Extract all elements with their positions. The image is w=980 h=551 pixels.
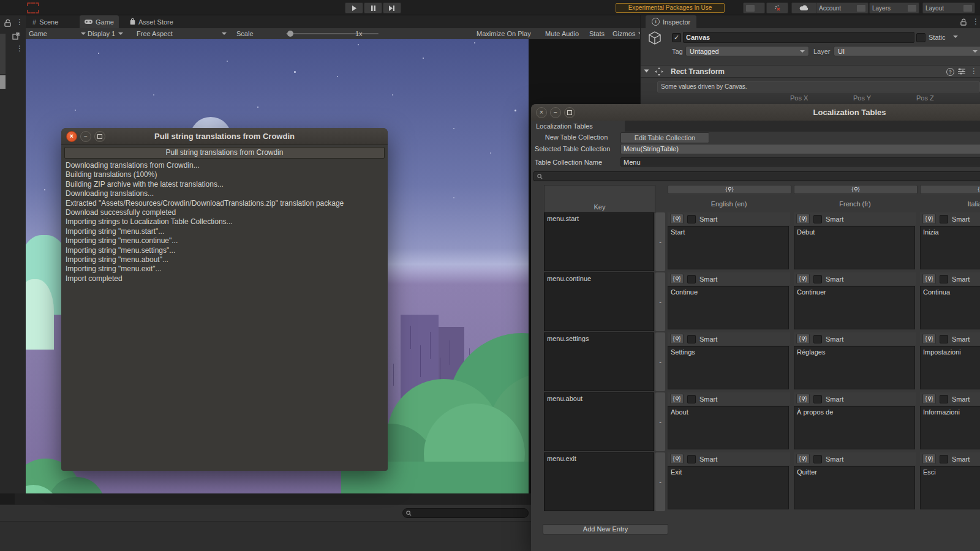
step-button[interactable] [383,2,401,13]
translation-text-field[interactable]: Settings [668,346,789,389]
new-table-collection-button[interactable]: New Table Collection [533,132,619,142]
presets-icon[interactable] [958,68,965,75]
selected-collection-field[interactable]: Menu(StringTable) [620,144,980,154]
smart-checkbox[interactable] [940,215,948,223]
column-settings-button[interactable]: {} [920,185,980,194]
close-button[interactable]: × [536,107,547,118]
minimize-button[interactable]: − [80,131,91,142]
maximize-on-play-toggle[interactable]: Maximize On Play [477,28,531,39]
window-titlebar[interactable]: Pull string translations from Crowdin × … [61,128,388,145]
help-icon[interactable]: ? [946,68,954,76]
enabled-checkbox[interactable]: ✓ [672,33,681,42]
tab-asset-store[interactable]: Asset Store [125,15,178,28]
cloud-button[interactable] [791,2,817,13]
edit-table-collection-button[interactable]: Edit Table Collection [620,132,709,143]
layers-dropdown[interactable]: Layers [869,2,919,13]
smart-checkbox[interactable] [813,335,822,343]
popout-icon[interactable] [12,32,20,40]
remove-entry-button[interactable]: - [655,452,665,511]
metadata-button[interactable]: {} [796,454,810,464]
object-name-field[interactable] [683,32,914,43]
metadata-button[interactable]: {} [796,214,810,224]
minimize-button[interactable]: − [550,107,561,118]
panel-menu-icon[interactable]: ⋮ [16,45,23,52]
column-settings-button[interactable]: {} [794,185,918,194]
key-column-header[interactable]: Key [544,185,655,213]
close-button[interactable]: × [66,131,77,142]
metadata-button[interactable]: {} [922,214,936,224]
account-dropdown[interactable]: Account [816,2,869,13]
metadata-button[interactable]: {} [670,274,684,284]
table-row-key[interactable]: menu.exit [544,452,654,511]
smart-checkbox[interactable] [813,455,822,463]
search-input[interactable] [402,508,529,518]
panel-menu-icon[interactable]: ⋮ [16,18,23,26]
scale-slider-knob[interactable] [287,31,293,37]
stats-toggle[interactable]: Stats [589,28,605,39]
smart-checkbox[interactable] [687,335,696,343]
translation-text-field[interactable]: Début [794,226,915,269]
remove-entry-button[interactable]: - [655,332,665,391]
preview-packages-button[interactable] [743,2,765,13]
metadata-button[interactable]: {} [922,274,936,284]
pause-button[interactable] [364,2,382,13]
game-mode-dropdown[interactable]: Game [29,28,86,39]
lock-icon[interactable] [960,18,967,26]
table-row-key[interactable]: menu.about [544,392,654,451]
rect-tool-icon[interactable] [27,2,39,13]
translation-text-field[interactable]: Start [668,226,789,269]
display-dropdown[interactable]: Display 1 [88,28,123,39]
translation-text-field[interactable]: Réglages [794,346,915,389]
layout-dropdown[interactable]: Layout [922,2,975,13]
metadata-button[interactable]: {} [796,394,810,404]
smart-checkbox[interactable] [687,275,696,283]
foldout-arrow-icon[interactable] [644,70,649,73]
static-checkbox[interactable] [916,33,925,42]
metadata-button[interactable]: {} [670,394,684,404]
collab-error-button[interactable] [766,2,788,13]
remove-entry-button[interactable]: - [655,212,665,271]
smart-checkbox[interactable] [940,275,948,283]
collection-name-input[interactable] [620,157,980,167]
lock-icon[interactable] [4,19,11,27]
tag-dropdown[interactable]: Untagged [685,46,809,56]
translation-text-field[interactable]: Exit [668,466,789,509]
maximize-button[interactable] [564,107,575,118]
table-row-key[interactable]: menu.settings [544,332,654,391]
metadata-button[interactable]: {} [922,394,936,404]
gizmos-dropdown[interactable]: Gizmos [612,28,643,39]
tab-game[interactable]: Game [80,15,119,28]
tab-localization-tables[interactable]: Localization Tables [531,121,625,132]
remove-entry-button[interactable]: - [655,392,665,451]
experimental-packages-warning[interactable]: Experimental Packages In Use [616,3,725,13]
translation-text-field[interactable]: About [668,406,789,449]
pull-translations-button[interactable]: Pull string translations from Crowdin [64,147,385,159]
panel-menu-icon[interactable]: ⋮ [972,18,979,25]
play-button[interactable] [345,2,363,13]
layer-dropdown[interactable]: UI [834,46,980,56]
remove-entry-button[interactable]: - [655,272,665,331]
add-new-entry-button[interactable]: Add New Entry [543,524,668,534]
maximize-button[interactable] [94,131,105,142]
translation-text-field[interactable]: Continuer [794,286,915,329]
scale-slider-track[interactable] [286,33,379,34]
static-flags-dropdown-icon[interactable] [953,36,958,38]
metadata-button[interactable]: {} [922,334,936,344]
mute-audio-toggle[interactable]: Mute Audio [545,28,579,39]
scrollbar-thumb[interactable] [0,75,6,89]
translation-text-field[interactable]: Esci [920,466,980,509]
smart-checkbox[interactable] [940,335,948,343]
smart-checkbox[interactable] [813,275,822,283]
smart-checkbox[interactable] [687,455,696,463]
rect-transform-header[interactable]: Rect Transform ? ⋮ [641,65,980,78]
table-row-key[interactable]: menu.start [544,212,654,271]
window-titlebar[interactable]: Localization Tables × − [531,104,980,121]
column-settings-button[interactable]: {} [668,185,791,194]
metadata-button[interactable]: {} [796,274,810,284]
metadata-button[interactable]: {} [670,454,684,464]
translation-text-field[interactable]: Continua [920,286,980,329]
metadata-button[interactable]: {} [796,334,810,344]
translation-text-field[interactable]: Continue [668,286,789,329]
tab-inspector[interactable]: i Inspector [646,15,696,28]
smart-checkbox[interactable] [813,215,822,223]
